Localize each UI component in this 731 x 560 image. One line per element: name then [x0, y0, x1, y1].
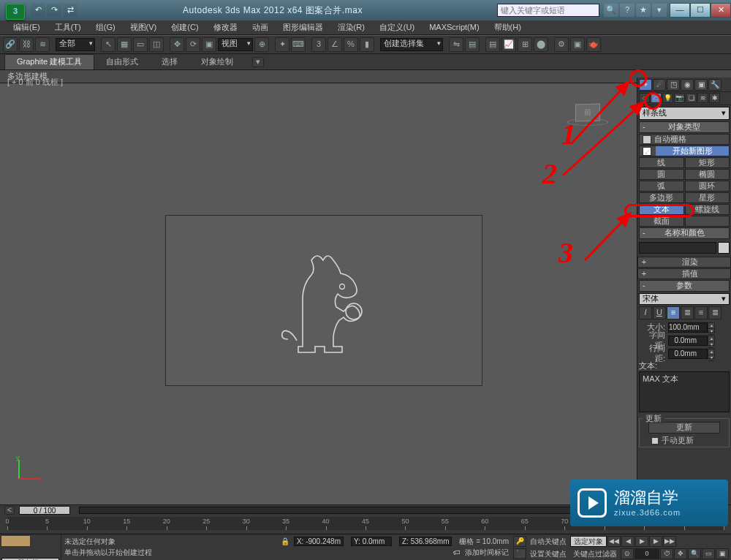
rotate-icon[interactable]: ⟳ — [186, 37, 200, 52]
interp-rollup[interactable]: +插值 — [637, 268, 731, 279]
display-tab-icon[interactable]: ▣ — [694, 79, 708, 91]
hierarchy-tab-icon[interactable]: ◳ — [667, 79, 680, 91]
percent-snap-icon[interactable]: % — [344, 37, 358, 52]
prev-frame-icon[interactable]: ◀ — [621, 536, 635, 547]
create-tab-icon[interactable]: ✦ — [639, 79, 652, 91]
object-color-swatch[interactable] — [718, 242, 730, 254]
lead-spinner[interactable]: ▴▾ — [708, 349, 715, 359]
menu-maxscript[interactable]: MAXScript(M) — [422, 21, 486, 34]
shape-section[interactable]: 截面 — [639, 216, 684, 227]
systems-icon[interactable]: ✱ — [709, 93, 720, 103]
selection-set-dropdown[interactable]: 创建选择集 — [380, 38, 443, 51]
coord-x[interactable]: X: -900.248m — [294, 537, 344, 546]
link-icon[interactable]: 🔗 — [3, 37, 18, 52]
minimize-button[interactable]: — — [670, 3, 690, 18]
key-icon[interactable]: 🔑 — [513, 536, 526, 547]
schematic-icon[interactable]: ⊞ — [518, 37, 532, 52]
size-spinner[interactable]: ▴▾ — [708, 322, 715, 333]
nav-region-icon[interactable]: ▭ — [702, 548, 715, 559]
setkey-button[interactable]: 设置关键点 — [527, 548, 569, 559]
key-big-icon[interactable]: ⬛ — [513, 548, 526, 559]
keymode-icon[interactable]: ⌨ — [291, 37, 306, 52]
add-tag-label[interactable]: 添加时间标记 — [465, 548, 509, 557]
select-icon[interactable]: ↖ — [101, 37, 115, 52]
cameras-icon[interactable]: 📷 — [674, 93, 685, 103]
menu-group[interactable]: 组(G) — [88, 21, 123, 34]
menu-graph[interactable]: 图形编辑器 — [276, 21, 330, 34]
goto-end-icon[interactable]: ▶▶ — [663, 536, 676, 547]
lead-input[interactable]: 0.0mm — [668, 349, 708, 359]
modify-tab-icon[interactable]: ☄ — [653, 79, 666, 91]
italic-button[interactable]: I — [639, 306, 652, 319]
material-icon[interactable]: ⬤ — [534, 37, 548, 52]
helpers-icon[interactable]: ❏ — [686, 93, 697, 103]
name-color-header[interactable]: 名称和颜色 — [639, 227, 730, 239]
close-button[interactable]: ✕ — [711, 3, 731, 18]
search-input[interactable] — [497, 4, 599, 17]
update-button[interactable]: 更新 — [648, 422, 720, 434]
text-input[interactable]: MAX 文本 — [639, 371, 730, 412]
menu-view[interactable]: 视图(V) — [123, 21, 164, 34]
play-icon[interactable]: ▶ — [635, 536, 648, 547]
kern-input[interactable]: 0.0mm — [668, 336, 708, 346]
next-frame-icon[interactable]: ▶ — [649, 536, 662, 547]
ribbon-tab-select[interactable]: 选择 — [150, 55, 189, 69]
layers-icon[interactable]: ▤ — [485, 37, 500, 52]
align-icon[interactable]: ▤ — [465, 37, 480, 52]
frame-indicator[interactable]: 0 / 100 — [19, 506, 70, 515]
shapes-icon[interactable]: ⬭ — [651, 93, 662, 103]
scale-icon[interactable]: ▣ — [202, 37, 216, 52]
menu-help[interactable]: 帮助(H) — [487, 21, 529, 34]
shape-circle[interactable]: 圆 — [639, 169, 684, 180]
coord-y[interactable]: Y: 0.0mm — [351, 537, 392, 546]
lock-icon[interactable]: 🔒 — [281, 537, 289, 546]
menu-modifiers[interactable]: 修改器 — [206, 21, 245, 34]
manip-icon[interactable]: ✦ — [275, 37, 289, 52]
bind-icon[interactable]: ≋ — [35, 37, 50, 52]
start-new-shape-check[interactable]: ✓开始新图形 — [639, 145, 730, 156]
lights-icon[interactable]: 💡 — [662, 93, 673, 103]
size-input[interactable]: 100.0mm — [668, 322, 708, 333]
window-crossing-icon[interactable]: ◫ — [149, 37, 164, 52]
shape-rectangle[interactable]: 矩形 — [685, 157, 730, 168]
render-icon[interactable]: 🫖 — [586, 37, 601, 52]
shape-line[interactable]: 线 — [639, 157, 684, 168]
refcoord-dropdown[interactable]: 视图 — [218, 38, 253, 51]
pivot-icon[interactable]: ⊕ — [254, 37, 269, 52]
select-name-icon[interactable]: ▦ — [117, 37, 132, 52]
object-type-header[interactable]: 对象类型 — [639, 121, 730, 133]
ribbon-tab-graphite[interactable]: Graphite 建模工具 — [4, 54, 94, 69]
utilities-tab-icon[interactable]: 🔧 — [708, 79, 721, 91]
time-tag-icon[interactable]: 🏷 — [453, 548, 461, 557]
frame-input[interactable]: 0 — [635, 548, 659, 559]
shape-donut[interactable]: 圆环 — [685, 181, 730, 192]
autokey-button[interactable]: 自动关键点 — [527, 536, 569, 547]
mirror-icon[interactable]: ⇋ — [449, 37, 463, 52]
shape-star[interactable]: 星形 — [685, 192, 730, 203]
menu-tools[interactable]: 工具(T) — [48, 21, 88, 34]
track-key-icon[interactable] — [1, 536, 30, 546]
angle-snap-icon[interactable]: ∠ — [327, 37, 342, 52]
redo-icon[interactable]: ↷ — [47, 4, 61, 17]
ribbon-drop-icon[interactable]: ▾ — [252, 57, 264, 67]
coord-z[interactable]: Z: 536.968mm — [399, 537, 452, 546]
select-region-icon[interactable]: ▭ — [133, 37, 148, 52]
undo-icon[interactable]: ↶ — [31, 4, 45, 17]
align-justify-button[interactable]: ≣ — [708, 306, 721, 319]
infocenter-icon[interactable]: 🔍 — [604, 4, 618, 17]
ribbon-tab-paint[interactable]: 对象绘制 — [189, 55, 245, 69]
render-setup-icon[interactable]: ⚙ — [554, 37, 569, 52]
shape-helix[interactable]: 螺旋线 — [685, 204, 730, 215]
font-dropdown[interactable]: 宋体▾ — [639, 293, 730, 305]
ribbon-tab-freeform[interactable]: 自由形式 — [94, 55, 150, 69]
scope-dropdown[interactable]: 全部 — [56, 38, 95, 51]
drop-icon[interactable]: ▾ — [652, 4, 667, 17]
menu-custom[interactable]: 自定义(U) — [372, 21, 422, 34]
render-rollup[interactable]: +渲染 — [637, 257, 731, 268]
menu-edit[interactable]: 编辑(E) — [6, 21, 48, 34]
kern-spinner[interactable]: ▴▾ — [708, 336, 715, 346]
snap-icon[interactable]: 3 — [311, 37, 326, 52]
underline-button[interactable]: U — [653, 306, 666, 319]
spinner-snap-icon[interactable]: ▮ — [360, 37, 374, 52]
curve-editor-icon[interactable]: 📈 — [501, 37, 516, 52]
